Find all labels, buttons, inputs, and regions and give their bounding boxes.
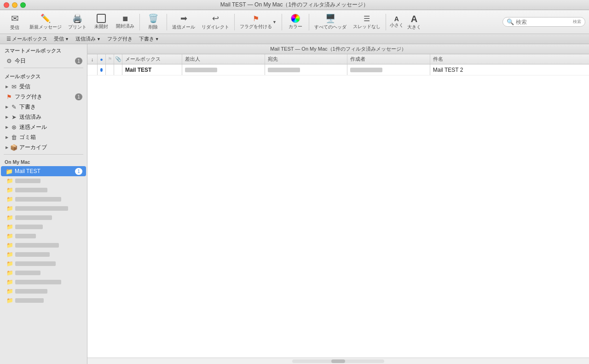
drafts-chevron-icon: ▼	[155, 37, 159, 41]
drafts-label: 下書き	[19, 103, 82, 111]
mailboxes-button[interactable]: ☰ メールボックス	[4, 35, 50, 43]
row-attach	[114, 64, 122, 75]
mark-read-button[interactable]: ◼ 開封済み	[113, 12, 137, 32]
receive-button[interactable]: ✉ 受信	[4, 12, 26, 32]
flagged-bar-button[interactable]: フラグ付き	[104, 35, 135, 43]
sidebar-item-archive[interactable]: ▶ 📦 アーカイブ	[1, 142, 86, 152]
drafts-bar-button[interactable]: 下書き ▼	[136, 35, 162, 43]
sidebar-item-folder-1[interactable]: 📁	[0, 176, 87, 185]
sidebar-item-folder-3[interactable]: 📁	[0, 195, 87, 204]
sidebar-item-trash[interactable]: ▶ 🗑 ゴミ箱	[1, 132, 86, 142]
delete-button[interactable]: 🗑️ 削除	[142, 12, 164, 32]
mailbox-column-header[interactable]: メールボックス	[122, 54, 182, 64]
flag-column-header[interactable]: ⚑	[106, 54, 114, 64]
sort-column-header[interactable]: ↓	[87, 54, 98, 64]
minimize-button[interactable]	[12, 2, 17, 8]
font-large-label: 大きく	[407, 24, 421, 30]
flag-chevron-icon: ▼	[272, 20, 277, 24]
sidebar-item-sent[interactable]: ▶ ➤ 送信済み	[1, 112, 86, 122]
no-thread-button[interactable]: ☰ スレッドなし	[350, 12, 383, 32]
sidebar-item-folder-9[interactable]: 📁	[0, 250, 87, 259]
row-to	[265, 64, 348, 75]
search-icon: 🔍	[507, 18, 514, 25]
font-large-button[interactable]: A 大きく	[406, 12, 422, 32]
sidebar-item-mail-test[interactable]: 📁 Mail TEST 1	[1, 166, 86, 176]
search-box[interactable]: 🔍 検索	[502, 17, 585, 27]
folder-13-label	[15, 289, 47, 294]
forward-label: 送信メール	[172, 24, 195, 30]
sidebar-item-folder-7[interactable]: 📁	[0, 231, 87, 241]
folder-6-label	[15, 225, 43, 229]
to-column-header[interactable]: 宛先	[265, 54, 348, 64]
author-column-header[interactable]: 作成者	[347, 54, 430, 64]
inbox-label: 受信	[19, 83, 82, 91]
flag-icon: ⚑	[253, 14, 259, 23]
table-row[interactable]: Mail TEST Mail TEST 2	[87, 64, 589, 75]
folder-1-label	[15, 179, 40, 183]
archive-expand-icon: ▶	[6, 145, 8, 150]
from-column-header[interactable]: 差出人	[182, 54, 265, 64]
new-message-button[interactable]: ✏️ 新規メッセージ	[27, 12, 64, 32]
attach-icon: 📎	[115, 56, 121, 62]
sidebar-item-folder-8[interactable]: 📁	[0, 241, 87, 250]
archive-label: アーカイブ	[19, 144, 82, 151]
font-small-button[interactable]: A 小さく	[388, 12, 405, 32]
folder-11-label	[15, 271, 40, 275]
sidebar-item-inbox[interactable]: ▶ ✉ 受信	[1, 81, 86, 92]
sidebar-item-folder-11[interactable]: 📁	[0, 268, 87, 277]
attach-column-header[interactable]: 📎	[114, 54, 122, 64]
sidebar-item-folder-4[interactable]: 📁	[0, 204, 87, 213]
sidebar-divider-1	[4, 68, 83, 68]
sent-expand-icon: ▶	[6, 115, 8, 119]
redirect-icon: ↩	[212, 13, 219, 23]
unread-column-header[interactable]: ●	[98, 54, 106, 64]
today-label: 今日	[15, 57, 73, 65]
mailbox-section-header: メールボックス	[0, 70, 87, 81]
mark-read-label: 開封済み	[116, 23, 134, 29]
folder-8-icon: 📁	[6, 242, 13, 248]
unread-dot-icon: ●	[100, 57, 103, 62]
sidebar-item-folder-6[interactable]: 📁	[0, 222, 87, 231]
mailboxes-label: メールボックス	[12, 35, 47, 42]
forward-button[interactable]: ➡ 送信メール	[169, 12, 198, 32]
delete-label: 削除	[149, 24, 158, 30]
horizontal-scrollbar[interactable]	[292, 359, 384, 363]
folder-13-icon: 📁	[6, 288, 13, 295]
sent-icon: ➤	[10, 114, 17, 121]
sidebar-item-folder-12[interactable]: 📁	[0, 277, 87, 287]
sidebar-item-today[interactable]: ⚙ 今日 1	[1, 56, 86, 66]
sidebar-item-folder-13[interactable]: 📁	[0, 287, 87, 296]
sidebar-item-junk[interactable]: ▶ ⊗ 迷惑メール	[1, 122, 86, 132]
folder-14-label	[15, 298, 44, 303]
sort-icon: ↓	[91, 57, 94, 62]
no-thread-label: スレッドなし	[353, 24, 381, 30]
sidebar-divider-2	[4, 154, 83, 155]
color-button[interactable]: カラー	[284, 12, 306, 32]
separator-4	[282, 14, 282, 30]
horizontal-scrollbar-thumb[interactable]	[331, 359, 345, 363]
folder-14-icon: 📁	[6, 297, 13, 304]
sidebar-item-folder-5[interactable]: 📁	[0, 213, 87, 222]
maximize-button[interactable]	[20, 2, 26, 8]
mail-test-folder-icon: 📁	[6, 168, 13, 175]
sidebar-item-flagged[interactable]: ⚑ フラグ付き 1	[1, 92, 86, 102]
sidebar-item-folder-10[interactable]: 📁	[0, 259, 87, 268]
mark-unread-button[interactable]: 未開封	[90, 12, 112, 32]
close-button[interactable]	[4, 2, 9, 8]
sidebar-item-drafts[interactable]: ▶ ✎ 下書き	[1, 102, 86, 112]
drafts-expand-icon: ▶	[6, 105, 8, 109]
sidebar-item-folder-2[interactable]: 📁	[0, 185, 87, 195]
unread-icon	[97, 14, 106, 23]
print-button[interactable]: 🖨️ プリント	[65, 12, 89, 32]
sidebar-item-folder-14[interactable]: 📁	[0, 296, 87, 305]
search-input[interactable]	[516, 19, 571, 25]
new-message-label: 新規メッセージ	[29, 24, 62, 30]
inbox-bar-button[interactable]: 受信 ▼	[51, 35, 72, 43]
redirect-button[interactable]: ↩ リダイレクト	[199, 12, 232, 32]
all-headers-button[interactable]: 🖥️ すべてのヘッダ	[312, 12, 349, 32]
row-unread	[98, 64, 106, 75]
flag-button[interactable]: ⚑ フラグを付ける ▼	[237, 12, 279, 32]
sent-bar-button[interactable]: 送信済み ▼	[73, 35, 104, 43]
folder-8-label	[15, 243, 59, 248]
subject-column-header[interactable]: 件名	[430, 54, 589, 64]
